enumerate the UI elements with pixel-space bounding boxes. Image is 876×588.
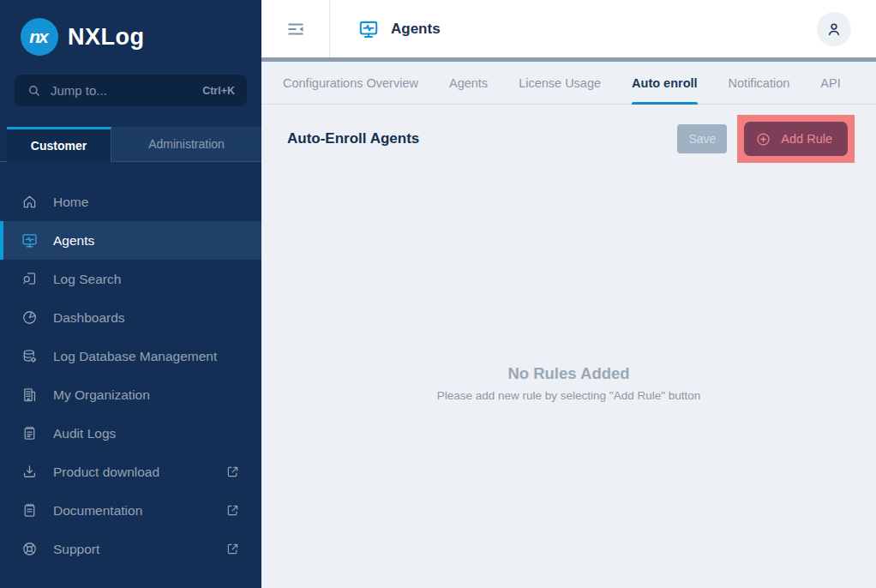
workspace-tabs-spacer (0, 127, 7, 162)
sidebar-item-log-search[interactable]: Log Search (0, 260, 261, 298)
sidebar-item-label: Dashboards (53, 310, 241, 326)
save-button[interactable]: Save (677, 124, 727, 153)
tab-api[interactable]: API (820, 62, 840, 104)
sidebar-item-label: Audit Logs (53, 426, 241, 441)
header-right (817, 0, 876, 57)
sidebar-item-my-organization[interactable]: My Organization (0, 375, 261, 414)
tab-auto-enroll[interactable]: Auto enroll (632, 62, 698, 104)
sidebar-item-label: My Organization (53, 387, 241, 403)
search-shortcut-hint: Ctrl+K (202, 85, 235, 97)
sidebar: nx NXLog Jump to... Ctrl+K Customer Admi… (0, 0, 261, 588)
agents-icon (357, 18, 380, 40)
annotation-highlight: Add Rule (737, 115, 855, 163)
workspace-tabs: Customer Administration (0, 127, 261, 162)
tab-customer[interactable]: Customer (7, 127, 111, 162)
external-link-icon (225, 502, 241, 519)
log-search-icon (21, 270, 39, 288)
content-header: Auto-Enroll Agents Save Add Rule (261, 105, 876, 163)
sidebar-item-label: Documentation (53, 503, 210, 519)
sidebar-item-label: Log Search (53, 272, 241, 287)
sidebar-toggle-section (261, 0, 330, 57)
tab-notification[interactable]: Notification (729, 62, 790, 104)
main-area: Agents Configurations Overview Agents Li… (261, 0, 876, 588)
agents-icon (21, 231, 39, 249)
organization-icon (21, 386, 39, 404)
empty-state-title: No Rules Added (261, 364, 876, 383)
page-tabbar: Configurations Overview Agents License U… (261, 62, 876, 105)
add-rule-button[interactable]: Add Rule (744, 122, 848, 156)
search-icon (27, 83, 42, 99)
sidebar-item-label: Agents (53, 233, 241, 249)
sidebar-collapse-button[interactable] (280, 14, 311, 45)
sidebar-nav: Home Agents Log Search (0, 183, 261, 568)
sidebar-item-dashboards[interactable]: Dashboards (0, 298, 261, 337)
empty-state: No Rules Added Please add new rule by se… (261, 364, 876, 402)
brand-name: NXLog (68, 24, 145, 51)
sidebar-item-documentation[interactable]: Documentation (0, 491, 261, 530)
external-link-icon (225, 541, 241, 557)
sidebar-item-label: Home (53, 195, 241, 210)
dashboards-icon (21, 309, 39, 327)
logo-monogram: nx (29, 27, 47, 47)
sidebar-item-agents[interactable]: Agents (0, 221, 261, 260)
sidebar-item-label: Product download (53, 465, 210, 480)
tab-agents[interactable]: Agents (449, 62, 488, 104)
brand-logo[interactable]: nx NXLog (21, 17, 261, 57)
sidebar-item-home[interactable]: Home (0, 183, 261, 221)
page-title-group: Agents (330, 0, 441, 57)
user-avatar-button[interactable] (817, 12, 851, 46)
search-placeholder: Jump to... (51, 83, 194, 98)
top-header: Agents (261, 0, 876, 57)
menu-collapse-icon (285, 19, 306, 39)
download-icon (21, 463, 39, 481)
sidebar-item-support[interactable]: Support (0, 530, 261, 568)
user-icon (825, 20, 843, 39)
app-window: nx NXLog Jump to... Ctrl+K Customer Admi… (0, 0, 876, 588)
action-buttons: Save Add Rule (677, 115, 855, 163)
documentation-icon (21, 501, 39, 519)
external-link-icon (225, 464, 241, 480)
tab-configurations-overview[interactable]: Configurations Overview (283, 62, 418, 104)
plus-circle-icon (755, 131, 771, 147)
search-input[interactable]: Jump to... Ctrl+K (15, 75, 247, 106)
page-title: Agents (391, 21, 441, 38)
sidebar-item-log-database-management[interactable]: Log Database Management (0, 337, 261, 375)
database-icon (21, 347, 39, 365)
support-icon (21, 540, 39, 558)
section-heading: Auto-Enroll Agents (287, 130, 677, 147)
add-rule-label: Add Rule (781, 132, 832, 146)
sidebar-item-label: Log Database Management (53, 349, 241, 364)
content-area: Auto-Enroll Agents Save Add Rule No Rule (261, 105, 876, 588)
audit-logs-icon (21, 424, 39, 442)
sidebar-item-label: Support (53, 542, 210, 557)
sidebar-item-product-download[interactable]: Product download (0, 453, 261, 491)
tab-license-usage[interactable]: License Usage (519, 62, 601, 104)
home-icon (21, 193, 39, 211)
nxlog-logo-icon: nx (21, 18, 58, 56)
empty-state-subtitle: Please add new rule by selecting "Add Ru… (261, 389, 876, 402)
sidebar-item-audit-logs[interactable]: Audit Logs (0, 414, 261, 453)
tab-administration[interactable]: Administration (111, 127, 261, 162)
